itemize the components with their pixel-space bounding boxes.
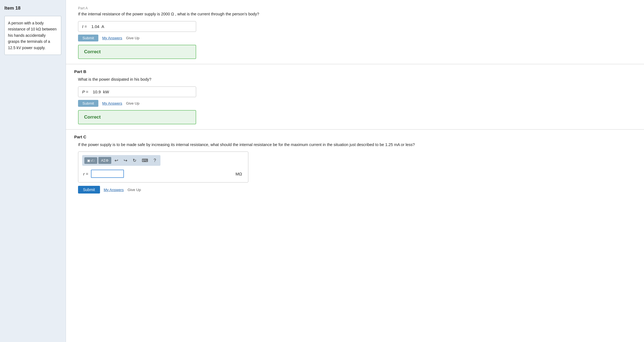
part-b-correct-banner: Correct xyxy=(78,110,196,124)
part-c-eq-label: r = xyxy=(83,172,88,176)
part-a-eq-value: 1.04 A xyxy=(89,24,104,29)
math-tool-matrix-button[interactable]: ▣ √□ xyxy=(84,157,97,164)
part-c-my-answers-link[interactable]: My Answers xyxy=(104,188,124,192)
part-a-eq-label: I = xyxy=(82,24,87,29)
math-tool-redo-button[interactable]: ↪ xyxy=(121,157,129,164)
part-a-submit-button[interactable]: Submit xyxy=(78,35,98,41)
part-b-eq-label: P = xyxy=(82,89,88,94)
main-content: Part A If the internal resistance of the… xyxy=(66,0,644,342)
part-c-section: Part C If the power supply is to be made… xyxy=(66,130,644,194)
sidebar: Item 18 A person with a body resistance … xyxy=(0,0,66,342)
math-tool-reload-button[interactable]: ↻ xyxy=(131,157,138,164)
part-c-question: If the power supply is to be made safe b… xyxy=(74,142,636,148)
part-c-controls: Submit My Answers Give Up xyxy=(78,186,636,194)
part-c-input[interactable] xyxy=(91,170,124,178)
part-b-submit-button[interactable]: Submit xyxy=(78,100,98,107)
part-a-question: If the internal resistance of the power … xyxy=(74,11,636,17)
problem-text: A person with a body resistance of 10 kΩ… xyxy=(8,21,57,50)
math-toolbar: ▣ √□ ΑΣΦ ↩ ↪ ↻ ⌨ ? xyxy=(82,155,160,166)
part-b-my-answers-link[interactable]: My Answers xyxy=(102,101,122,105)
item-title: Item 18 xyxy=(4,5,61,11)
math-tool-greek-button[interactable]: ΑΣΦ xyxy=(98,157,111,164)
part-a-controls: Submit My Answers Give Up xyxy=(78,35,636,41)
math-tool-keyboard-button[interactable]: ⌨ xyxy=(140,157,150,164)
math-tool-undo-button[interactable]: ↩ xyxy=(112,157,120,164)
part-b-correct-text: Correct xyxy=(84,114,101,120)
part-b-answer-box: P = 10.9 kW xyxy=(78,86,196,97)
part-c-math-input-area: ▣ √□ ΑΣΦ ↩ ↪ ↻ ⌨ ? xyxy=(78,152,248,183)
math-tool-help-button[interactable]: ? xyxy=(151,157,158,164)
part-b-section: Part B What is the power dissipated in h… xyxy=(66,64,644,124)
part-a-answer-box: I = 1.04 A xyxy=(78,21,196,32)
part-c-submit-button[interactable]: Submit xyxy=(78,186,100,194)
part-c-unit: MΩ xyxy=(235,172,244,176)
part-a-my-answers-link[interactable]: My Answers xyxy=(102,36,122,40)
part-c-give-up-link[interactable]: Give Up xyxy=(127,188,141,192)
part-c-eq-row: r = MΩ xyxy=(82,170,244,178)
part-c-label: Part C xyxy=(74,134,636,139)
problem-description: A person with a body resistance of 10 kΩ… xyxy=(4,16,61,55)
part-b-question: What is the power dissipated in his body… xyxy=(74,77,636,83)
part-a-give-up-link[interactable]: Give Up xyxy=(126,36,140,40)
part-a-section: Part A If the internal resistance of the… xyxy=(66,0,644,59)
part-b-eq-value: 10.9 kW xyxy=(90,89,109,94)
part-a-top-label: Part A xyxy=(74,6,636,10)
part-a-correct-banner: Correct xyxy=(78,45,196,59)
part-a-correct-text: Correct xyxy=(84,49,101,54)
part-b-give-up-link[interactable]: Give Up xyxy=(126,101,140,105)
part-b-label: Part B xyxy=(74,69,636,74)
part-b-controls: Submit My Answers Give Up xyxy=(78,100,636,107)
